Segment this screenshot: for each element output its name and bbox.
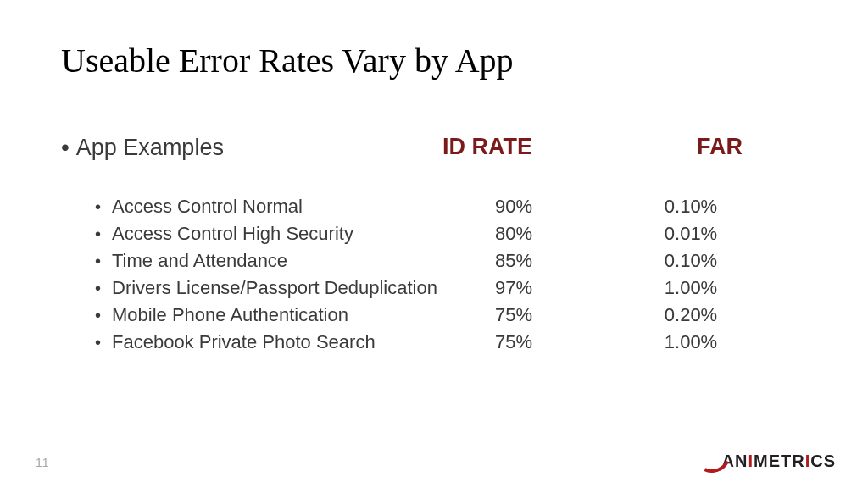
row-id-rate: 85% bbox=[480, 247, 548, 274]
table-row: • Access Control High Security 80% 0.01% bbox=[108, 220, 804, 247]
row-far: 0.01% bbox=[653, 220, 729, 247]
row-far: 0.20% bbox=[653, 302, 729, 329]
bullet-icon: • bbox=[95, 276, 101, 301]
row-label: Mobile Phone Authentication bbox=[112, 302, 348, 329]
header-far: FAR bbox=[697, 134, 743, 160]
logo-swoosh-icon bbox=[697, 452, 726, 471]
logo-text: ANIMETRICS bbox=[722, 452, 836, 471]
header-app-examples: App Examples bbox=[76, 135, 224, 161]
bullet-icon: • bbox=[95, 222, 101, 247]
row-far: 0.10% bbox=[653, 193, 729, 220]
row-label: Drivers License/Passport Deduplication bbox=[112, 274, 437, 302]
bullet-icon: • bbox=[95, 303, 101, 328]
slide-title: Useable Error Rates Vary by App bbox=[61, 41, 514, 80]
bullet-icon: • bbox=[95, 330, 101, 355]
row-id-rate: 75% bbox=[480, 302, 548, 329]
bullet-icon: • bbox=[61, 134, 70, 161]
data-rows: • Access Control Normal 90% 0.10% • Acce… bbox=[108, 193, 804, 356]
row-id-rate: 75% bbox=[480, 329, 548, 356]
header-row: • App Examples ID RATE FAR bbox=[61, 134, 807, 161]
row-label: Access Control Normal bbox=[112, 193, 303, 220]
row-far: 1.00% bbox=[653, 329, 729, 356]
row-label: Access Control High Security bbox=[112, 220, 353, 247]
row-far: 1.00% bbox=[653, 274, 729, 302]
table-row: • Access Control Normal 90% 0.10% bbox=[108, 193, 804, 220]
row-label: Facebook Private Photo Search bbox=[112, 329, 376, 356]
table-row: • Time and Attendance 85% 0.10% bbox=[108, 247, 804, 274]
table-row: • Mobile Phone Authentication 75% 0.20% bbox=[108, 302, 804, 329]
table-row: • Drivers License/Passport Deduplication… bbox=[108, 274, 804, 302]
row-id-rate: 97% bbox=[480, 274, 548, 302]
animetrics-logo: ANIMETRICS bbox=[697, 452, 836, 471]
page-number: 11 bbox=[36, 456, 49, 469]
header-id-rate: ID RATE bbox=[442, 134, 532, 160]
row-id-rate: 80% bbox=[480, 220, 548, 247]
row-id-rate: 90% bbox=[480, 193, 548, 220]
row-label: Time and Attendance bbox=[112, 247, 287, 274]
table-row: • Facebook Private Photo Search 75% 1.00… bbox=[108, 329, 804, 356]
row-far: 0.10% bbox=[653, 247, 729, 274]
bullet-icon: • bbox=[95, 249, 101, 274]
bullet-icon: • bbox=[95, 195, 101, 219]
